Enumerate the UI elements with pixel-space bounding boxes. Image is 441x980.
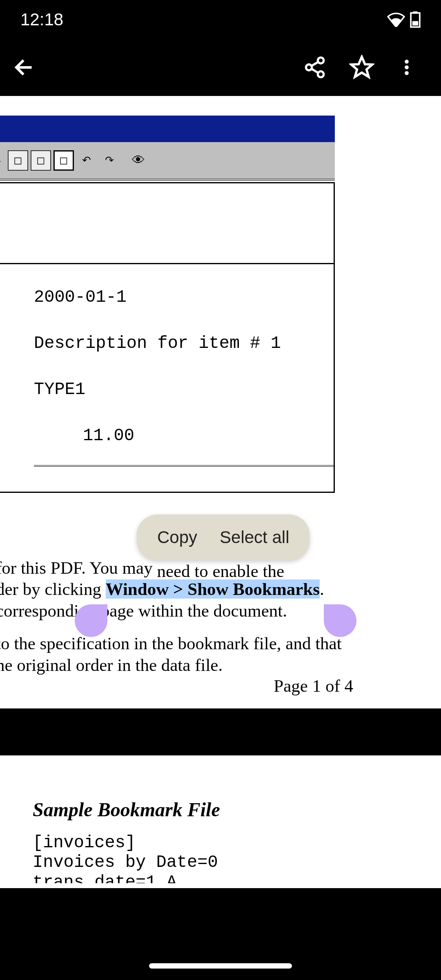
- svg-point-5: [318, 71, 324, 78]
- document-body-text[interactable]: for this PDF. You may need to enable the…: [0, 557, 351, 676]
- page-gap: [0, 708, 441, 755]
- svg-point-9: [405, 71, 409, 75]
- svg-point-7: [405, 60, 409, 64]
- svg-point-8: [405, 65, 409, 69]
- code-line: trans_date=1,A: [33, 873, 408, 883]
- pdf-toolbar: ▶ ◻ ◻ ◻ ↶ ↷ 👁: [0, 142, 335, 181]
- code-line: [invoices]: [33, 833, 408, 853]
- cell-date: 2000-01-1: [34, 285, 127, 310]
- document-viewport[interactable]: ▶ ◻ ◻ ◻ ↶ ↷ 👁 2000-01-1 ionDescription f…: [0, 96, 441, 708]
- section-title: Sample Bookmark File: [33, 798, 408, 821]
- code-line: Invoices by Date=0: [33, 853, 408, 872]
- star-icon[interactable]: [349, 55, 374, 80]
- more-icon[interactable]: [397, 56, 416, 79]
- svg-rect-1: [413, 11, 418, 13]
- app-bar: [0, 39, 441, 96]
- chevron-right-icon: ▶: [0, 153, 1, 167]
- cell-type: TYPE1: [34, 377, 85, 403]
- text-context-menu: Copy Select all: [137, 514, 310, 560]
- cell-description: Description for item # 1: [34, 331, 281, 356]
- selection-handle-end[interactable]: [324, 604, 356, 637]
- selection-handle-start[interactable]: [75, 604, 107, 637]
- status-bar: 12:18: [0, 0, 441, 39]
- status-icons: [387, 11, 421, 28]
- copy-button[interactable]: Copy: [157, 528, 197, 547]
- binoculars-icon: 👁: [128, 150, 149, 171]
- svg-point-3: [318, 58, 324, 64]
- document-page: ▶ ◻ ◻ ◻ ↶ ↷ 👁 2000-01-1 ionDescription f…: [0, 116, 335, 493]
- gesture-bar[interactable]: [149, 963, 292, 969]
- status-time: 12:18: [20, 10, 63, 29]
- document-page-2[interactable]: Sample Bookmark File [invoices] Invoices…: [0, 755, 441, 888]
- selected-text: Window > Show Bookmarks: [106, 579, 320, 599]
- svg-point-4: [306, 65, 312, 71]
- svg-marker-6: [351, 57, 372, 77]
- toolbar-rotate-right-icon: ↷: [99, 150, 120, 171]
- share-icon[interactable]: [303, 56, 327, 79]
- svg-rect-2: [412, 21, 419, 25]
- toolbar-page-icon: ◻: [53, 150, 74, 171]
- data-table: 2000-01-1 ionDescription for item # 1 TY…: [0, 182, 335, 493]
- select-all-button[interactable]: Select all: [220, 528, 289, 547]
- wifi-icon: [387, 12, 405, 27]
- toolbar-rotate-left-icon: ↶: [76, 150, 97, 171]
- toolbar-page-icon: ◻: [8, 150, 28, 171]
- cell-amount: 11.00: [83, 423, 134, 449]
- toolbar-page-icon: ◻: [31, 150, 51, 171]
- page-indicator: Page 1 of 4: [274, 676, 353, 696]
- window-titlebar: [0, 116, 335, 142]
- back-icon[interactable]: [12, 55, 37, 80]
- battery-icon: [410, 11, 421, 28]
